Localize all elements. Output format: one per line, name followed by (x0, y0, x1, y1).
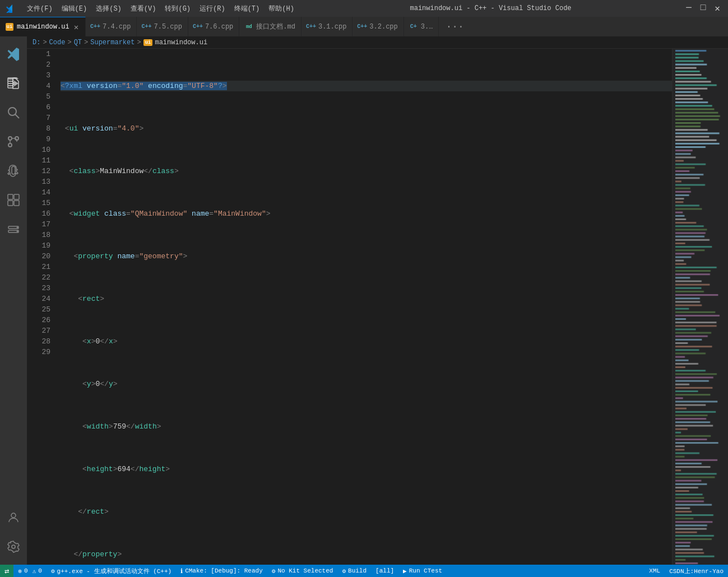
status-encoding[interactable]: CSDN上:Henr-Yao (665, 565, 728, 577)
activity-settings-icon[interactable] (0, 533, 27, 560)
svg-point-15 (12, 545, 15, 548)
svg-rect-6 (8, 194, 13, 199)
menu-edit[interactable]: 编辑(E) (58, 3, 91, 15)
ctest-icon: ▶ (403, 567, 407, 575)
tab-label: 接口文档.md (256, 22, 295, 31)
breadcrumb-d[interactable]: D: (33, 39, 40, 46)
breadcrumb: D: > Code > QT > Supermarket > ui mainwi… (27, 36, 728, 49)
ctest-label: Run CTest (409, 567, 442, 574)
branch-label: g++.exe - 生成和调试活动文件 (C++) (57, 567, 172, 575)
tab-7-4-cpp[interactable]: C++ 7.4.cpp (86, 17, 137, 36)
status-bar: ⇄ ⊗ 0 ⚠ 0 ⚙ g++.exe - 生成和调试活动文件 (C++) ℹ … (0, 565, 728, 577)
activity-search-icon[interactable] (0, 99, 27, 126)
activity-vscode-icon[interactable] (0, 41, 27, 68)
code-line-4: <widget class="QMainWindow" name="MainWi… (61, 208, 672, 219)
window-title: mainwindow.ui - C++ - Visual Studio Code (307, 4, 675, 12)
code-editor[interactable]: 12345 678910 1112131415 1617181920 21222… (27, 49, 672, 565)
breadcrumb-code[interactable]: Code (49, 39, 66, 46)
status-remote[interactable]: ⇄ (0, 565, 13, 577)
svg-rect-9 (14, 201, 19, 206)
tab-mainwindow-ui[interactable]: ui mainwindow.ui ✕ (0, 17, 86, 36)
svg-point-1 (8, 108, 16, 115)
activity-source-control-icon[interactable] (0, 128, 27, 155)
code-editor-area: 12345 678910 1112131415 1617181920 21222… (27, 49, 728, 565)
status-build[interactable]: ⚙ Build (337, 565, 371, 577)
cpp-file-icon: C++ (307, 23, 315, 31)
encoding-label: CSDN上:Henr-Yao (669, 567, 724, 575)
tab-jiekou-md[interactable]: md 接口文档.md (239, 17, 302, 36)
activity-explorer-icon[interactable] (0, 70, 27, 97)
vscode-logo-icon (6, 4, 15, 13)
code-line-10: <height>694</height> (61, 464, 672, 474)
tab-3-more-cpp[interactable]: C+ 3.… (404, 17, 439, 36)
breadcrumb-file[interactable]: mainwindow.ui (155, 39, 207, 46)
status-language[interactable]: XML (644, 565, 665, 577)
tab-7-5-cpp[interactable]: C++ 7.5.cpp (137, 17, 188, 36)
status-cmake[interactable]: ℹ CMake: [Debug]: Ready (176, 565, 267, 577)
code-line-1: <?xml version="1.0" encoding="UTF-8"?> (61, 81, 672, 91)
status-errors[interactable]: ⊗ 0 ⚠ 0 (13, 565, 46, 577)
cmake-label: CMake: [Debug]: Ready (185, 567, 263, 574)
close-button[interactable]: ✕ (712, 3, 722, 14)
tab-label: 3.1.cpp (318, 23, 346, 31)
tab-label: 3.… (421, 23, 433, 31)
code-line-3: <class>MainWindow</class> (61, 166, 672, 176)
minimap[interactable] (672, 49, 728, 565)
svg-point-3 (8, 137, 12, 140)
menu-goto[interactable]: 转到(G) (161, 3, 194, 15)
activity-remote-icon[interactable] (0, 218, 27, 245)
cpp-file-icon: C++ (142, 23, 150, 31)
menu-terminal[interactable]: 终端(T) (231, 3, 263, 15)
breadcrumb-qt[interactable]: QT (74, 39, 82, 46)
svg-rect-7 (14, 194, 19, 199)
build-target-label: [all] (375, 567, 394, 574)
cmake-icon: ℹ (180, 567, 183, 575)
tab-label: 7.5.cpp (154, 23, 182, 31)
maximize-button[interactable]: □ (698, 3, 708, 14)
code-line-11: </rect> (61, 506, 672, 517)
menu-run[interactable]: 运行(R) (196, 3, 229, 15)
svg-point-14 (11, 513, 16, 518)
tab-label: 3.2.cpp (369, 23, 397, 31)
code-content[interactable]: <?xml version="1.0" encoding="UTF-8"?> <… (55, 49, 672, 565)
menu-bar[interactable]: 文件(F) 编辑(E) 选择(S) 查看(V) 转到(G) 运行(R) 终端(T… (24, 3, 298, 15)
svg-point-5 (8, 143, 12, 147)
error-icon: ⊗ (18, 567, 22, 575)
activity-extensions-icon[interactable] (0, 187, 27, 213)
branch-icon: ⚙ (51, 567, 55, 575)
tab-close-icon[interactable]: ✕ (73, 22, 80, 32)
md-file-icon: md (245, 23, 253, 31)
language-label: XML (649, 567, 660, 574)
tab-3-2-cpp[interactable]: C++ 3.2.cpp (353, 17, 404, 36)
editor-area: D: > Code > QT > Supermarket > ui mainwi… (27, 36, 728, 565)
svg-point-12 (17, 227, 18, 229)
status-build-target[interactable]: [all] (371, 565, 398, 577)
status-no-kit[interactable]: ⚙ No Kit Selected (267, 565, 338, 577)
activity-account-icon[interactable] (0, 504, 27, 531)
tab-overflow-button[interactable]: ··· (441, 21, 468, 32)
no-kit-label: No Kit Selected (277, 567, 333, 574)
menu-help[interactable]: 帮助(H) (265, 3, 298, 15)
ui-file-icon: ui (6, 23, 13, 31)
tab-3-1-cpp[interactable]: C++ 3.1.cpp (302, 17, 353, 36)
warning-count: 0 (38, 567, 42, 574)
minimap-canvas (673, 49, 728, 565)
code-line-6: <rect> (61, 294, 672, 304)
minimize-button[interactable]: ─ (684, 3, 694, 14)
menu-view[interactable]: 查看(V) (127, 3, 160, 15)
error-count: 0 (24, 567, 28, 574)
status-branch[interactable]: ⚙ g++.exe - 生成和调试活动文件 (C++) (47, 565, 176, 577)
tab-7-6-cpp[interactable]: C++ 7.6.cpp (188, 17, 239, 36)
tab-label: 7.4.cpp (103, 23, 131, 31)
menu-select[interactable]: 选择(S) (92, 3, 125, 15)
code-line-8: <y>0</y> (61, 379, 672, 389)
menu-file[interactable]: 文件(F) (24, 3, 56, 15)
cpp-file-icon: C++ (194, 23, 202, 31)
window-controls[interactable]: ─ □ ✕ (684, 3, 722, 14)
status-run-ctest[interactable]: ▶ Run CTest (398, 565, 447, 577)
cpp-file-icon: C+ (410, 23, 418, 31)
warning-icon: ⚠ (33, 567, 36, 575)
breadcrumb-supermarket[interactable]: Supermarket (90, 39, 135, 46)
cpp-file-icon: C++ (91, 23, 99, 31)
activity-debug-icon[interactable] (0, 157, 27, 184)
